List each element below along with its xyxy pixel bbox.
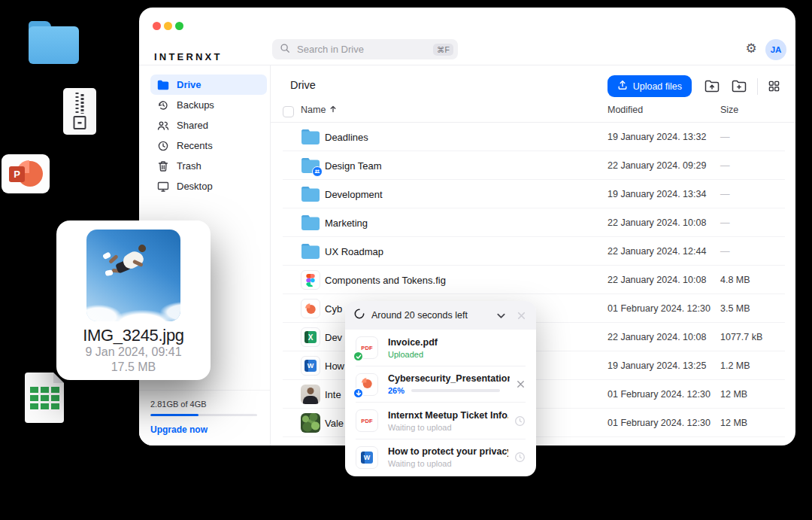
file-name: UX Roadmap	[325, 246, 383, 257]
storage-progress-fill	[150, 414, 198, 416]
backups-icon	[157, 99, 169, 111]
sidebar-item-label: Shared	[177, 120, 208, 131]
create-folder-button[interactable]	[732, 80, 747, 93]
search-bar[interactable]: ⌘F	[272, 39, 458, 59]
column-name-label: Name	[301, 105, 326, 115]
sidebar-item-recents[interactable]: Recents	[150, 135, 267, 156]
file-size: 4.8 MB	[720, 275, 750, 285]
file-modified: 22 January 2024. 10:08	[607, 217, 706, 228]
table-row[interactable]: Marketing22 January 2024. 10:08—	[271, 208, 795, 237]
desktop-icon	[157, 181, 169, 193]
toolbar: Upload files	[607, 75, 780, 97]
decoration-folder-icon	[29, 21, 79, 64]
file-modified: 19 January 2024. 13:34	[607, 189, 706, 199]
word-file-icon: W	[301, 356, 320, 376]
sidebar-item-backups[interactable]: Backups	[150, 95, 267, 115]
file-size: 12 MB	[720, 418, 747, 428]
column-name[interactable]: Name	[301, 105, 337, 115]
file-name: How	[325, 360, 344, 372]
upload-item[interactable]: PDFInternxt Meetup Ticket Info.pdfWaitin…	[345, 403, 536, 439]
decoration-image-card: IMG_3245.jpg 9 Jan 2024, 09:41 17.5 MB	[56, 220, 211, 380]
upload-files-button[interactable]: Upload files	[607, 75, 692, 97]
file-name: Components and Tokens.fig	[325, 275, 446, 286]
table-row[interactable]: UX Roadmap22 January 2024. 12:44—	[271, 237, 795, 266]
file-name: Development	[325, 189, 383, 200]
close-window-button[interactable]	[153, 22, 161, 30]
recents-icon	[157, 140, 169, 152]
table-row[interactable]: Deadlines19 January 2024. 13:32—	[271, 123, 795, 151]
file-type-tile: PDF	[356, 409, 378, 432]
upload-item[interactable]: Cybersecurity_Presentation.ppt26%	[345, 366, 536, 403]
close-popup-icon[interactable]	[516, 310, 527, 321]
file-name: Design Team	[325, 160, 382, 172]
search-input[interactable]	[295, 43, 433, 56]
chevron-down-icon[interactable]	[495, 310, 507, 321]
avatar[interactable]: JA	[765, 39, 786, 60]
file-modified: 22 January 2024. 10:08	[607, 275, 706, 285]
file-size: —	[720, 160, 730, 171]
file-modified: 19 January 2024. 13:25	[607, 360, 706, 371]
sidebar-list: DriveBackupsSharedRecentsTrashDesktop	[139, 65, 270, 196]
upload-file-name: Cybersecurity_Presentation.ppt	[388, 373, 510, 384]
upload-icon	[617, 80, 628, 93]
table-row[interactable]: Design Team22 January 2024. 09:29—	[271, 151, 795, 180]
column-modified[interactable]: Modified	[607, 105, 643, 115]
file-type-tile	[356, 373, 378, 396]
upload-item[interactable]: WHow to protect your privacy.docWaiting …	[345, 439, 536, 476]
table-row[interactable]: Components and Tokens.fig22 January 2024…	[271, 266, 795, 294]
file-name: Vale	[325, 418, 344, 429]
stage: P INTERNXT ⌘F ⚙ JA DriveBackupsSharedRec…	[0, 0, 812, 520]
file-modified: 22 January 2024. 09:29	[607, 160, 706, 171]
minimize-window-button[interactable]	[164, 22, 172, 30]
folder-body	[29, 26, 79, 64]
table-row[interactable]: Development19 January 2024. 13:34—	[271, 180, 795, 208]
upgrade-now-link[interactable]: Upgrade now	[150, 424, 255, 435]
decoration-powerpoint-icon: P	[2, 154, 50, 193]
zoom-window-button[interactable]	[175, 22, 183, 30]
waiting-clock-icon	[514, 452, 526, 463]
file-size: —	[720, 217, 730, 228]
upload-eta-label: Around 20 seconds left	[371, 310, 486, 321]
upload-popup-header: Around 20 seconds left	[345, 301, 536, 330]
file-type-tile: W	[356, 446, 378, 469]
excel-file-icon: X	[301, 327, 320, 347]
sidebar-item-shared[interactable]: Shared	[150, 115, 267, 135]
settings-gear-icon[interactable]: ⚙	[744, 41, 759, 56]
spinner-icon	[354, 309, 365, 322]
cancel-upload-icon[interactable]	[516, 379, 526, 389]
upload-status: Waiting to upload	[388, 423, 452, 432]
image-size: 17.5 MB	[56, 360, 211, 374]
upload-files-label: Upload files	[633, 81, 682, 92]
sidebar-item-label: Drive	[177, 79, 201, 90]
file-modified: 01 February 2024. 12:30	[607, 303, 710, 314]
shared-icon	[157, 120, 169, 132]
file-size: 1077.7 kB	[720, 332, 762, 342]
upload-file-name: How to protect your privacy.doc	[388, 446, 508, 457]
select-all-checkbox[interactable]	[283, 106, 294, 117]
sidebar-item-desktop[interactable]: Desktop	[150, 176, 267, 196]
file-name: Deadlines	[325, 132, 368, 143]
column-size[interactable]: Size	[720, 105, 738, 115]
shared-folder-icon	[301, 157, 320, 174]
decoration-spreadsheet-icon	[25, 373, 64, 423]
upload-folder-button[interactable]	[704, 80, 720, 93]
image-date: 9 Jan 2024, 09:41	[56, 345, 211, 359]
spreadsheet-cells	[30, 387, 59, 409]
jumping-person-figure	[106, 244, 156, 288]
sidebar-item-drive[interactable]: Drive	[150, 75, 267, 95]
upload-percent: 26%	[388, 386, 404, 395]
uploading-arrow-badge-icon	[353, 388, 364, 399]
grid-view-button[interactable]	[768, 81, 780, 92]
upload-item[interactable]: PDFInvoice.pdfUploaded	[345, 330, 536, 366]
internxt-logo: INTERNXT	[154, 51, 223, 62]
file-size: —	[720, 132, 730, 142]
file-type-tile: PDF	[356, 336, 378, 359]
file-name: Inte	[325, 389, 341, 400]
search-icon	[280, 43, 290, 56]
sidebar-item-trash[interactable]: Trash	[150, 156, 267, 176]
file-size: —	[720, 189, 730, 199]
sidebar-item-label: Trash	[177, 160, 201, 172]
image-filename: IMG_3245.jpg	[56, 326, 211, 345]
file-modified: 19 January 2024. 13:32	[607, 132, 706, 142]
upload-file-name: Internxt Meetup Ticket Info.pdf	[388, 410, 508, 421]
